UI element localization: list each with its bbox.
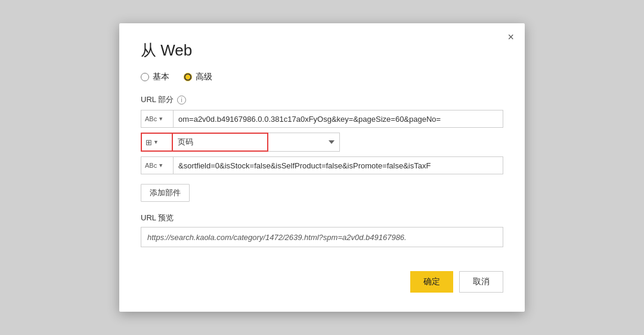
chevron-2: ▼	[153, 139, 159, 145]
radio-group: 基本 高级	[141, 72, 503, 82]
chevron-3: ▼	[158, 162, 163, 168]
type-select-1[interactable]: ABc ▼	[141, 110, 173, 128]
param-type-select[interactable]: ⊞ ▼	[141, 133, 173, 152]
radio-basic[interactable]: 基本	[141, 72, 169, 82]
url-row-3: ABc ▼	[141, 156, 503, 174]
info-icon: i	[177, 96, 186, 105]
add-part-button[interactable]: 添加部件	[141, 184, 190, 202]
cancel-button[interactable]: 取消	[459, 271, 503, 293]
url-input-1[interactable]	[173, 110, 503, 128]
url-row-1: ABc ▼	[141, 110, 503, 128]
close-button[interactable]: ×	[507, 32, 514, 42]
type-label-1: ABc	[145, 115, 157, 122]
dialog-footer: 确定 取消	[141, 271, 503, 293]
preview-label: URL 预览	[141, 213, 503, 223]
param-row: ⊞ ▼	[141, 133, 503, 152]
type-label-3: ABc	[145, 162, 157, 169]
url-section-label: URL 部分 i	[141, 94, 503, 105]
dialog-title: 从 Web	[141, 40, 503, 61]
radio-advanced[interactable]: 高级	[184, 72, 212, 82]
table-icon: ⊞	[145, 138, 152, 147]
param-value-select[interactable]	[268, 133, 340, 152]
chevron-1: ▼	[158, 116, 163, 122]
param-name-input[interactable]	[173, 133, 268, 152]
radio-basic-label: 基本	[153, 72, 169, 82]
url-input-3[interactable]	[173, 156, 503, 174]
radio-advanced-label: 高级	[196, 72, 212, 82]
radio-advanced-input[interactable]	[184, 73, 192, 81]
radio-basic-input[interactable]	[141, 73, 149, 81]
type-select-3[interactable]: ABc ▼	[141, 156, 173, 174]
preview-input[interactable]	[141, 227, 503, 247]
dialog: × 从 Web 基本 高级 URL 部分 i ABc ▼ ⊞ ▼	[119, 23, 525, 312]
confirm-button[interactable]: 确定	[410, 271, 453, 293]
